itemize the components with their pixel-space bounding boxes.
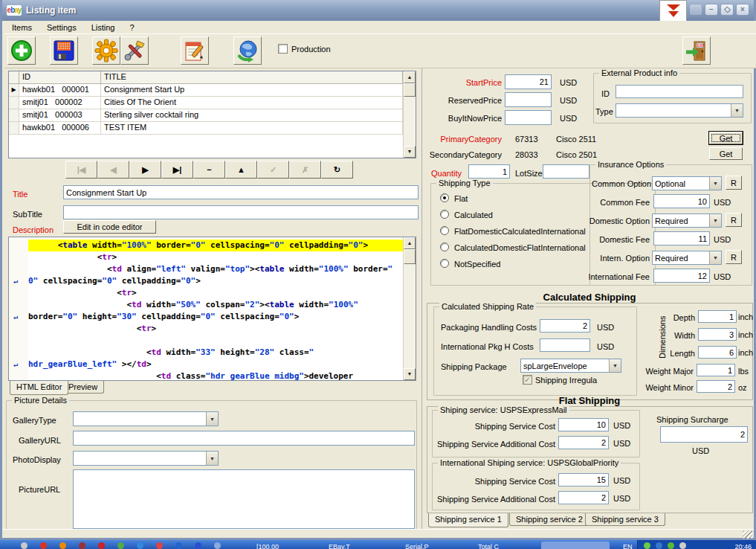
picture-url-textarea[interactable] [73,469,415,529]
international-fee-input[interactable] [653,269,710,283]
task-button[interactable]: Total C [478,543,499,549]
get-secondary-category-button[interactable]: Get [709,147,743,160]
menu-listing[interactable]: Listing [84,22,123,33]
sync-upload-button[interactable] [233,36,262,65]
menu-settings[interactable]: Settings [39,22,84,33]
quick-launch-icon[interactable] [214,542,221,549]
task-button[interactable]: Serial.P [405,543,429,549]
quick-launch-icon[interactable] [195,542,201,549]
tray-icon[interactable] [668,542,674,549]
maximize-icon[interactable] [720,4,734,16]
code-line[interactable]: <tr> [9,287,403,299]
grid-scroll-thumb[interactable] [404,83,416,97]
shipping-service-additional-input[interactable] [558,436,609,449]
lot-size-input[interactable] [543,164,589,179]
quick-launch-icon[interactable] [156,542,163,549]
table-row[interactable]: hawkb01 000006 TEST ITEM [9,122,416,135]
quick-launch-icon[interactable] [59,542,66,549]
chevron-down-icon[interactable]: ▼ [709,214,721,227]
common-fee-input[interactable] [653,194,710,208]
tab-html-editor[interactable]: HTML Editor [10,381,68,395]
quick-launch-icon[interactable] [79,542,85,549]
tray-icon[interactable] [644,542,650,549]
quick-launch-icon[interactable] [117,542,124,549]
code-line[interactable]: <tr> [9,251,403,263]
title-bar[interactable]: ebay Listing item − × [2,0,754,21]
task-button[interactable]: EBay.T [329,543,350,549]
nav-delete-button[interactable]: − [193,161,225,179]
code-line[interactable]: <tr> [9,323,403,335]
taskbar[interactable]: [100,00 EBay.T Serial.P Total C EN 20:46 [0,540,756,549]
external-id-input[interactable] [616,85,743,98]
gallery-url-input[interactable] [73,431,415,446]
code-line[interactable]: <td align="left" valign="top"><table wid… [9,263,403,275]
exit-button[interactable]: EXIT [682,36,711,65]
code-line[interactable]: ↵hdr_gearBlue_left" ></td> [9,359,403,370]
clock[interactable]: 20:46 [734,543,752,549]
table-row[interactable]: smitj01 000002 Cities Of The Orient [9,97,416,109]
shipping-service-cost-input[interactable] [558,418,609,431]
items-grid[interactable]: ID TITLE ▶ hawkb01 000001 Consignment St… [8,71,416,158]
intl-shipping-service-cost-input[interactable] [558,473,609,487]
nav-last-button[interactable]: ▶| [161,161,193,179]
save-button[interactable] [50,36,78,65]
code-line[interactable]: ↵border="0" height="30" cellpadding="0" … [9,311,403,323]
quick-launch-icon[interactable] [137,542,143,549]
editor-scroll-thumb[interactable] [404,249,416,264]
tab-shipping-service-3[interactable]: Shipping service 3 [585,513,665,526]
code-line[interactable]: <td width="33" height="28" class=" [9,347,403,359]
nav-next-button[interactable]: ▶ [129,161,161,179]
production-toggle[interactable]: Production [278,44,331,54]
intern-option-select[interactable]: Required ▼ [652,251,722,265]
photo-display-select[interactable]: ▼ [73,451,219,466]
minimize-icon[interactable]: − [705,4,718,16]
intern-option-reset-button[interactable]: R [726,250,742,264]
external-type-select[interactable]: ▼ [616,103,743,118]
radio-not-specified[interactable] [440,259,449,268]
menu-help[interactable]: ? [122,22,141,33]
table-row[interactable]: smitj01 000003 Sterling silver cocktail … [9,109,416,122]
tab-shipping-service-2[interactable]: Shipping service 2 [509,513,589,526]
international-pkg-input[interactable] [540,338,590,352]
intl-shipping-service-additional-input[interactable] [558,491,609,504]
quick-launch-icon[interactable] [98,542,105,549]
radio-flat[interactable] [440,193,449,202]
scroll-up-icon[interactable]: ▲ [404,237,416,249]
task-button[interactable]: [100,00 [256,543,279,549]
tab-shipping-service-1[interactable]: Shipping service 1 [428,513,508,527]
grid-column-id[interactable]: ID [19,71,101,84]
code-line[interactable] [9,335,403,347]
nav-refresh-button[interactable]: ↻ [321,161,353,179]
toolbar-overflow-button[interactable] [659,0,687,22]
code-line[interactable]: <td width="50%" colspan="2"><table width… [9,299,403,311]
subtitle-input[interactable] [63,205,419,219]
scroll-down-icon[interactable]: ▼ [404,368,416,380]
grid-column-title[interactable]: TITLE [101,71,403,84]
length-input[interactable] [698,346,737,359]
chevron-down-icon[interactable]: ▼ [709,251,721,264]
chevron-down-icon[interactable]: ▼ [206,412,218,426]
chevron-down-icon[interactable]: ▼ [206,452,218,465]
shipping-irregular-checkbox[interactable]: ✓ [523,375,532,385]
chevron-down-icon[interactable]: ▼ [731,104,743,117]
editor-scrollbar[interactable]: ▲ ▼ [403,237,416,380]
edit-notes-button[interactable] [181,36,209,65]
radio-calculated[interactable] [440,210,449,219]
html-code-editor[interactable]: <table width="100%" border="0" cellspaci… [8,237,416,381]
get-primary-category-button[interactable]: Get [709,132,743,144]
quick-launch-icon[interactable] [21,542,28,549]
language-indicator[interactable]: EN [623,543,633,549]
packaging-costs-input[interactable] [540,319,590,333]
chevron-down-icon[interactable]: ▼ [709,177,721,190]
table-row[interactable]: ▶ hawkb01 000001 Consignment Start Up [9,84,416,97]
weight-major-input[interactable] [697,364,735,376]
production-checkbox[interactable] [278,44,288,54]
settings-button[interactable] [92,36,120,65]
shipping-package-select[interactable]: spLargeEnvelope ▼ [520,359,621,373]
start-price-input[interactable] [505,74,552,89]
menu-items[interactable]: Items [4,22,39,33]
active-task-button[interactable] [541,542,610,549]
quick-launch-icon[interactable] [40,542,47,549]
common-option-reset-button[interactable]: R [726,176,742,190]
domestic-option-select[interactable]: Required ▼ [652,214,722,228]
